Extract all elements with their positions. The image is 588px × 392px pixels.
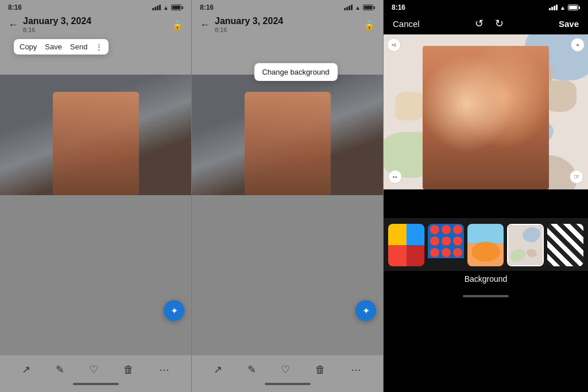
share-icon-2[interactable]: ↗ (214, 363, 222, 376)
resize-icon-right: ☞ (574, 173, 580, 181)
bg-opt4-abstract (508, 225, 543, 265)
plus1-badge: +1 (392, 43, 396, 47)
cancel-button[interactable]: Cancel (393, 19, 420, 29)
lock-icon-1: 🔒 (172, 20, 183, 30)
magic-eraser-fab-2[interactable]: ✦ (355, 300, 376, 321)
back-button-2[interactable]: ← (200, 19, 210, 31)
dot-3 (453, 225, 462, 234)
edit-status-bar: 8:16 ▲ (384, 0, 588, 13)
edit-toolbar: Cancel ↺ ↻ Save (384, 13, 588, 34)
edit-black-spacer (384, 189, 588, 218)
signal-icon-1 (152, 5, 161, 10)
battery-icon-2 (363, 5, 375, 10)
magic-eraser-icon-2: ✦ (362, 305, 370, 316)
edit-status-icons: ▲ (549, 5, 580, 11)
bg-opt1-tl (388, 224, 407, 245)
photo-title-1: January 3, 2024 (23, 16, 91, 26)
status-icons-1: ▲ (152, 5, 183, 11)
photo-header-1: ← January 3, 2024 8:16 🔒 (0, 13, 191, 34)
bg-option-circles[interactable] (428, 224, 464, 266)
dot-6 (453, 236, 462, 246)
edit-battery-icon (568, 5, 580, 10)
photo-2 (192, 75, 383, 195)
photo-1 (0, 75, 191, 195)
context-menu-1: Copy Save Send ⋮ (14, 39, 109, 55)
dot-2 (442, 225, 451, 234)
bg-opt1-grid (388, 224, 424, 266)
status-time-2: 8:16 (200, 3, 214, 11)
dot-4 (430, 236, 439, 246)
panel-2: 8:16 ▲ ← January 3, 2024 8:16 🔒 (192, 0, 384, 392)
photo-subtitle-1: 8:16 (23, 26, 91, 33)
status-bar-1: 8:16 ▲ (0, 0, 191, 13)
wifi-icon-1: ▲ (163, 5, 169, 11)
edit-icon-2[interactable]: ✎ (247, 363, 256, 376)
send-button[interactable]: Send (70, 42, 87, 51)
dot-7 (430, 248, 439, 257)
close-badge: × (577, 42, 579, 48)
panel-1: 8:16 ▲ ← January 3, 2024 8:16 🔒 (0, 0, 192, 392)
save-button[interactable]: Save (559, 19, 579, 29)
resize-handle-left[interactable]: ↔ (388, 170, 402, 184)
photo-subtitle-2: 8:16 (215, 26, 283, 33)
battery-icon-1 (171, 5, 183, 10)
edit-icon-1[interactable]: ✎ (56, 363, 64, 376)
background-options (384, 218, 588, 271)
redo-button[interactable]: ↻ (495, 17, 504, 30)
share-icon-1[interactable]: ↗ (22, 363, 30, 376)
copy-button[interactable]: Copy (20, 42, 37, 51)
background-label: Background (465, 274, 508, 284)
background-label-row: Background (384, 271, 588, 289)
magic-eraser-fab-1[interactable]: ✦ (164, 300, 184, 321)
home-indicator-2 (265, 383, 311, 385)
photo-header-2: ← January 3, 2024 8:16 🔒 (192, 13, 383, 34)
resize-handle-right[interactable]: ☞ (570, 170, 583, 184)
edit-status-time: 8:16 (392, 3, 405, 11)
bg-option-abstract[interactable] (507, 224, 544, 266)
more-button[interactable]: ⋮ (95, 42, 103, 51)
back-button-1[interactable]: ← (8, 19, 18, 31)
dot-8 (442, 248, 451, 257)
status-bar-2: 8:16 ▲ (192, 0, 383, 13)
status-time-1: 8:16 (8, 3, 22, 11)
photo-title-2: January 3, 2024 (215, 16, 283, 26)
canvas-photo[interactable] (423, 46, 549, 189)
bg-opt5-stripes (547, 224, 583, 266)
bg-opt2-dots (428, 224, 464, 258)
bg-opt1-tr (407, 224, 425, 245)
undo-button[interactable]: ↺ (475, 17, 483, 30)
resize-icon-left: ↔ (392, 173, 399, 181)
signal-icon-2 (344, 5, 353, 10)
trash-icon-1[interactable]: 🗑 (123, 364, 134, 376)
bg-option-stripes[interactable] (547, 224, 583, 266)
bottom-bar-2: ↗ ✎ ♡ 🗑 ⋯ (192, 355, 383, 392)
magic-eraser-icon-1: ✦ (171, 305, 178, 316)
bottom-bar-1: ↗ ✎ ♡ 🗑 ⋯ (0, 355, 191, 392)
more-icon-2[interactable]: ⋯ (351, 363, 361, 376)
heart-icon-1[interactable]: ♡ (89, 363, 98, 376)
status-icons-2: ▲ (344, 5, 375, 11)
home-indicator-3 (463, 295, 509, 297)
bg-option-landscape[interactable] (467, 224, 504, 266)
home-indicator-1 (73, 383, 119, 385)
dot-1 (430, 225, 439, 234)
edit-wifi-icon: ▲ (560, 5, 566, 11)
bg-opt1-br (407, 245, 425, 266)
edit-canvas[interactable]: +1 × ☞ ↔ (384, 34, 588, 189)
dot-9 (453, 248, 462, 257)
edit-signal-icon (549, 5, 558, 10)
save-button[interactable]: Save (45, 42, 62, 51)
bg-opt3-landscape (467, 224, 504, 266)
more-icon-1[interactable]: ⋯ (159, 363, 169, 376)
bg-option-blocks[interactable] (388, 224, 424, 266)
panel-3-edit: 8:16 ▲ Cancel ↺ ↻ Save (384, 0, 588, 392)
trash-icon-2[interactable]: 🗑 (315, 364, 326, 376)
bg-opt1-bl (388, 245, 407, 266)
layer-plus-handle[interactable]: +1 (387, 38, 401, 52)
close-handle[interactable]: × (571, 38, 585, 52)
wifi-icon-2: ▲ (355, 5, 361, 11)
change-background-tooltip: Change background (254, 63, 337, 81)
photo-content (423, 46, 549, 189)
edit-history-icons: ↺ ↻ (475, 17, 504, 30)
heart-icon-2[interactable]: ♡ (281, 363, 290, 376)
